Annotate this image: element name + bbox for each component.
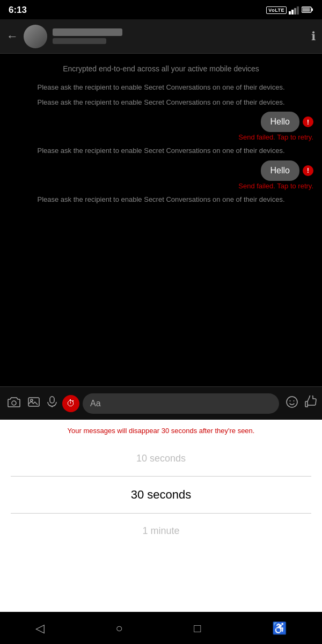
message-bubble-2: Hello	[261, 160, 299, 181]
system-message-2: Please ask the recipient to enable Secre…	[21, 97, 301, 108]
info-icon[interactable]: ℹ	[311, 30, 316, 43]
nav-home-icon[interactable]: ○	[116, 621, 123, 635]
like-icon[interactable]	[304, 396, 317, 412]
image-svg	[28, 397, 40, 407]
header: ← ℹ	[0, 19, 322, 54]
nav-bar: ◁ ○ □ ♿	[0, 612, 322, 644]
svg-rect-10	[50, 397, 54, 403]
svg-point-14	[294, 400, 295, 401]
chat-area: Encrypted end-to-end across all your act…	[0, 54, 322, 386]
message-row-1[interactable]: Hello !	[9, 112, 313, 132]
contact-info	[53, 28, 307, 44]
input-bar: ⏱ Aa	[0, 386, 322, 420]
timer-button[interactable]: ⏱	[62, 395, 79, 412]
text-input-area[interactable]: Aa	[83, 393, 279, 414]
status-time: 6:13	[9, 5, 27, 16]
bottom-panel: Your messages will disappear 30 seconds …	[0, 420, 322, 644]
volte-badge: VoLTE	[266, 6, 287, 14]
emoji-svg	[286, 396, 298, 408]
emoji-icon[interactable]	[286, 396, 298, 411]
svg-rect-5	[312, 8, 313, 11]
svg-rect-6	[303, 8, 310, 11]
svg-point-13	[290, 400, 291, 401]
svg-rect-1	[291, 10, 294, 14]
svg-rect-3	[297, 6, 299, 14]
camera-icon[interactable]	[5, 394, 23, 412]
nav-recents-icon[interactable]: □	[194, 621, 201, 635]
svg-rect-0	[289, 11, 291, 14]
nav-accessibility-icon[interactable]: ♿	[272, 621, 287, 635]
mic-svg	[47, 396, 57, 408]
status-bar: 6:13 VoLTE	[0, 0, 322, 19]
system-message-4: Please ask the recipient to enable Secre…	[21, 194, 301, 205]
timer-option-0[interactable]: 10 seconds	[0, 441, 322, 476]
mic-icon[interactable]	[45, 394, 59, 413]
svg-point-9	[31, 399, 33, 401]
svg-point-7	[12, 401, 16, 405]
signal-icon	[289, 6, 299, 14]
error-indicator-1: !	[303, 116, 313, 127]
message-row-2[interactable]: Hello !	[9, 160, 313, 181]
encrypted-notice: Encrypted end-to-end across all your act…	[21, 63, 301, 75]
avatar[interactable]	[24, 25, 47, 48]
error-indicator-2: !	[303, 165, 313, 176]
image-icon[interactable]	[26, 394, 42, 412]
message-bubble-1: Hello	[261, 112, 299, 132]
contact-sub-blurred	[53, 38, 106, 44]
nav-back-icon[interactable]: ◁	[35, 621, 45, 635]
battery-svg	[302, 6, 313, 13]
timer-picker: 10 seconds 30 seconds 1 minute	[0, 441, 322, 548]
text-input-placeholder: Aa	[90, 399, 101, 408]
timer-option-1[interactable]: 30 seconds	[0, 476, 322, 514]
avatar-image	[24, 25, 47, 48]
thumbsup-svg	[304, 396, 317, 408]
send-failed-label-1[interactable]: Send failed. Tap to retry.	[9, 133, 313, 141]
system-message-1: Please ask the recipient to enable Secre…	[21, 82, 301, 93]
timer-option-2[interactable]: 1 minute	[0, 514, 322, 548]
disappear-notice: Your messages will disappear 30 seconds …	[0, 420, 322, 441]
camera-svg	[8, 397, 20, 407]
status-icons: VoLTE	[266, 6, 313, 15]
svg-point-12	[287, 397, 297, 407]
back-button[interactable]: ←	[6, 30, 18, 43]
timer-icon: ⏱	[67, 399, 75, 408]
contact-name-blurred	[53, 28, 122, 36]
system-message-3: Please ask the recipient to enable Secre…	[21, 145, 301, 156]
send-failed-label-2[interactable]: Send failed. Tap to retry.	[9, 182, 313, 190]
battery-icon	[302, 6, 313, 15]
svg-rect-2	[294, 8, 296, 14]
